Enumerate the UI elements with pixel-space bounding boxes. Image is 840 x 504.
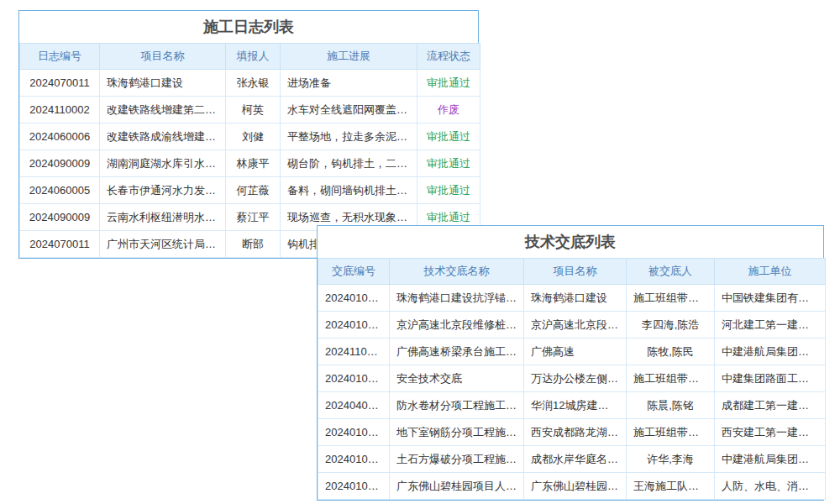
col-header-project-name: 项目名称 xyxy=(100,44,226,70)
disclosure-table-row: 2024010002 地下室钢筋分项工程施工... 西安成都路龙湖上... 施工… xyxy=(318,419,826,446)
disclosure-id-link[interactable]: 2024010003 xyxy=(318,285,390,312)
disclosee-name: 施工班组带班... xyxy=(627,419,715,446)
disclosure-table-row: 2024010003 珠海鹤港口建设抗浮锚杆... 珠海鹤港口建设 施工班组带班… xyxy=(318,285,826,312)
disclosure-table-row: 2024010003 安全技术交底 万达办公楼左侧A... 施工班组带班... … xyxy=(318,365,826,392)
disclosee-name: 陈牧,陈民 xyxy=(627,339,715,365)
technical-disclosure-title: 技术交底列表 xyxy=(318,226,823,258)
reporter-name: 断部 xyxy=(226,231,281,258)
log-table-row: 2024070011 珠海鹤港口建设 张永银 进场准备 审批通过 xyxy=(20,70,480,97)
col-header-disclosee: 被交底人 xyxy=(627,259,715,285)
progress-text: 进场准备 xyxy=(281,70,417,97)
project-name-link[interactable]: 西安成都路龙湖上... xyxy=(524,419,627,446)
col-header-status: 流程状态 xyxy=(417,44,480,70)
project-name-link[interactable]: 珠海鹤港口建设 xyxy=(524,285,627,312)
project-name-link[interactable]: 万达办公楼左侧A... xyxy=(524,365,627,392)
project-name-link[interactable]: 成都水岸华庭名苑... xyxy=(524,446,627,473)
project-name-link[interactable]: 改建铁路成渝线增建第二... xyxy=(100,123,226,150)
project-name-link[interactable]: 湖南洞庭湖水库引水工程... xyxy=(100,150,226,177)
log-id-link[interactable]: 2024090009 xyxy=(20,150,100,177)
disclosure-table-body: 2024010003 珠海鹤港口建设抗浮锚杆... 珠海鹤港口建设 施工班组带班… xyxy=(318,285,826,500)
project-name-link[interactable]: 珠海鹤港口建设 xyxy=(100,70,226,97)
construction-log-title: 施工日志列表 xyxy=(19,11,478,43)
log-table-row: 2024090009 湖南洞庭湖水库引水工程... 林康平 砌台阶，钩机排土，二… xyxy=(20,150,480,177)
reporter-name: 刘健 xyxy=(226,123,281,150)
disclosure-name-link[interactable]: 京沪高速北京段维修桩幅... xyxy=(390,312,524,339)
reporter-name: 蔡江平 xyxy=(226,204,281,231)
construction-unit: 中建集团路面工程有... xyxy=(715,365,826,392)
log-table-row: 2024110002 改建铁路线增建第二线直... 柯英 水车对全线遮阳网覆盖点… xyxy=(20,97,480,123)
progress-text: 砌台阶，钩机排土，二包砌... xyxy=(281,150,417,177)
disclosure-name-link[interactable]: 地下室钢筋分项工程施工... xyxy=(390,419,524,446)
disclosure-id-link[interactable]: 2024110001 xyxy=(318,339,390,365)
log-id-link[interactable]: 2024070011 xyxy=(20,231,100,258)
disclosure-name-link[interactable]: 广东佛山碧桂园项目人防... xyxy=(390,473,524,500)
log-header-row: 日志编号 项目名称 填报人 施工进展 流程状态 xyxy=(20,44,480,70)
construction-unit: 成都建工第一建筑有... xyxy=(715,392,826,419)
col-header-reporter: 填报人 xyxy=(226,44,281,70)
col-header-unit: 施工单位 xyxy=(715,259,826,285)
disclosure-table-row: 2024010004 京沪高速北京段维修桩幅... 京沪高速北京段维修 李四海,… xyxy=(318,312,826,339)
disclosure-header-row: 交底编号 技术交底名称 项目名称 被交底人 施工单位 xyxy=(318,259,826,285)
log-id-link[interactable]: 2024060005 xyxy=(20,177,100,204)
reporter-name: 林康平 xyxy=(226,150,281,177)
col-header-progress: 施工进展 xyxy=(281,44,417,70)
disclosee-name: 施工班组带班... xyxy=(627,285,715,312)
reporter-name: 何芷薇 xyxy=(226,177,281,204)
disclosure-name-link[interactable]: 土石方爆破分项工程施工... xyxy=(390,446,524,473)
status-badge: 作废 xyxy=(417,97,480,123)
project-name-link[interactable]: 云南水利枢纽潜明水库一... xyxy=(100,204,226,231)
disclosee-name: 施工班组带班... xyxy=(627,365,715,392)
log-table-row: 2024060005 长春市伊通河水力发电厂... 何芷薇 备料，砌间墙钩机排土… xyxy=(20,177,480,204)
technical-disclosure-table: 交底编号 技术交底名称 项目名称 被交底人 施工单位 2024010003 珠海… xyxy=(318,258,826,500)
disclosee-name: 王海施工队全队 xyxy=(627,473,715,500)
disclosure-id-link[interactable]: 2024010004 xyxy=(318,312,390,339)
disclosure-name-link[interactable]: 安全技术交底 xyxy=(390,365,524,392)
log-id-link[interactable]: 2024110002 xyxy=(20,97,100,123)
col-header-disclosure-name: 技术交底名称 xyxy=(390,259,524,285)
disclosure-id-link[interactable]: 2024010001 xyxy=(318,473,390,500)
log-id-link[interactable]: 2024090009 xyxy=(20,204,100,231)
disclosee-name: 陈晨,陈铭 xyxy=(627,392,715,419)
construction-log-panel: 施工日志列表 日志编号 项目名称 填报人 施工进展 流程状态 202407001… xyxy=(18,10,479,259)
construction-unit: 中国铁建集团有限公司 xyxy=(715,285,826,312)
disclosure-id-link[interactable]: 2024010003 xyxy=(318,365,390,392)
disclosure-id-link[interactable]: 2024010002 xyxy=(318,419,390,446)
project-name-link[interactable]: 长春市伊通河水力发电厂... xyxy=(100,177,226,204)
progress-text: 平整场地，拉走多余泥土15... xyxy=(281,123,417,150)
status-badge: 审批通过 xyxy=(417,150,480,177)
reporter-name: 柯英 xyxy=(226,97,281,123)
construction-unit: 中建港航局集团有限... xyxy=(715,446,826,473)
technical-disclosure-panel: 技术交底列表 交底编号 技术交底名称 项目名称 被交底人 施工单位 202401… xyxy=(317,225,824,501)
project-name-link[interactable]: 广东佛山碧桂园项目 xyxy=(524,473,627,500)
progress-text: 备料，砌间墙钩机排土，瓦... xyxy=(281,177,417,204)
status-badge: 审批通过 xyxy=(417,177,480,204)
status-badge: 审批通过 xyxy=(417,123,480,150)
disclosure-table-row: 2024010001 广东佛山碧桂园项目人防... 广东佛山碧桂园项目 王海施工… xyxy=(318,473,826,500)
col-header-log-id: 日志编号 xyxy=(20,44,100,70)
disclosure-table-row: 2024010002 土石方爆破分项工程施工... 成都水岸华庭名苑... 许华… xyxy=(318,446,826,473)
log-id-link[interactable]: 2024060006 xyxy=(20,123,100,150)
log-id-link[interactable]: 2024070011 xyxy=(20,70,100,97)
construction-unit: 西安建工第一建筑有... xyxy=(715,419,826,446)
log-table-row: 2024060006 改建铁路成渝线增建第二... 刘健 平整场地，拉走多余泥土… xyxy=(20,123,480,150)
progress-text: 水车对全线遮阳网覆盖点进... xyxy=(281,97,417,123)
disclosure-table-row: 2024040001 防水卷材分项工程施工技... 华润12城房建工程... 陈… xyxy=(318,392,826,419)
disclosure-name-link[interactable]: 珠海鹤港口建设抗浮锚杆... xyxy=(390,285,524,312)
construction-unit: 人防、水电、消防暖通 xyxy=(715,473,826,500)
col-header-project-name: 项目名称 xyxy=(524,259,627,285)
project-name-link[interactable]: 华润12城房建工程... xyxy=(524,392,627,419)
disclosee-name: 李四海,陈浩 xyxy=(627,312,715,339)
disclosure-name-link[interactable]: 广佛高速桥梁承台施工技... xyxy=(390,339,524,365)
disclosure-id-link[interactable]: 2024040001 xyxy=(318,392,390,419)
project-name-link[interactable]: 京沪高速北京段维修 xyxy=(524,312,627,339)
col-header-disclosure-id: 交底编号 xyxy=(318,259,390,285)
construction-unit: 河北建工第一建筑有... xyxy=(715,312,826,339)
disclosure-name-link[interactable]: 防水卷材分项工程施工技... xyxy=(390,392,524,419)
status-badge: 审批通过 xyxy=(417,70,480,97)
project-name-link[interactable]: 改建铁路线增建第二线直... xyxy=(100,97,226,123)
reporter-name: 张永银 xyxy=(226,70,281,97)
project-name-link[interactable]: 广佛高速 xyxy=(524,339,627,365)
disclosure-id-link[interactable]: 2024010002 xyxy=(318,446,390,473)
disclosee-name: 许华,李海 xyxy=(627,446,715,473)
project-name-link[interactable]: 广州市天河区统计局机房... xyxy=(100,231,226,258)
